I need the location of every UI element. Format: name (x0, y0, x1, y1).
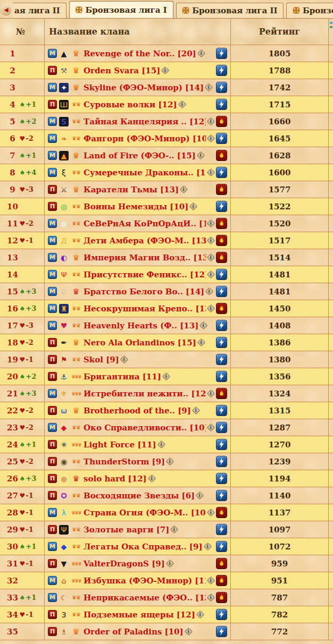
clan-war-status-button[interactable] (216, 575, 227, 586)
clan-info-icon[interactable]: i (196, 611, 204, 619)
tab-scroll-left-button[interactable]: ◀ (1, 5, 11, 15)
clan-war-status-button[interactable] (216, 558, 227, 569)
clan-info-icon[interactable]: i (199, 321, 208, 330)
clan-info-icon[interactable]: i (180, 185, 188, 194)
clan-war-status-button[interactable] (216, 490, 227, 501)
clan-name-link[interactable]: Бригантина [11] (84, 372, 161, 382)
clan-info-icon[interactable]: i (192, 406, 201, 415)
clan-name-link[interactable]: Истребители нежити.. [12] (84, 389, 206, 399)
clan-war-status-button[interactable] (216, 286, 227, 297)
clan-war-status-button[interactable] (216, 201, 227, 212)
clan-info-icon[interactable]: i (207, 509, 215, 517)
clan-info-icon[interactable]: i (207, 389, 215, 398)
clan-name-link[interactable]: solo hard [12] (84, 474, 147, 484)
clan-war-status-button[interactable] (216, 303, 227, 314)
clan-name-link[interactable]: Heavenly Hearts (Ф.. [13] (84, 321, 198, 331)
clan-war-status-button[interactable] (216, 167, 227, 178)
clan-info-icon[interactable]: i (157, 440, 165, 449)
clan-name-link[interactable]: Skyline (ФЭО-Минор) [14] (84, 83, 204, 92)
clan-info-icon[interactable]: i (189, 202, 198, 211)
clan-name-link[interactable]: Страна Огня (ФЭО-М.. [10] (84, 508, 206, 518)
clan-war-status-button[interactable] (216, 388, 227, 399)
clan-war-status-button[interactable] (216, 439, 227, 450)
clan-name-link[interactable]: Каратели Тьмы [13] (84, 185, 179, 194)
clan-war-status-button[interactable] (216, 65, 227, 76)
clan-info-icon[interactable]: i (197, 49, 205, 58)
clan-name-link[interactable]: Фангорн (ФЭО-Минор) [10] (84, 134, 206, 143)
clan-name-link[interactable]: Империя Магии Возд.. [13] (84, 253, 206, 262)
clan-info-icon[interactable]: i (207, 594, 215, 602)
clan-war-status-button[interactable] (216, 626, 227, 637)
clan-info-icon[interactable]: i (184, 628, 193, 636)
clan-info-icon[interactable]: i (161, 66, 170, 75)
clan-info-icon[interactable]: i (162, 372, 170, 381)
clan-war-status-button[interactable] (216, 82, 227, 93)
clan-info-icon[interactable]: i (147, 474, 156, 483)
clan-info-icon[interactable]: i (207, 236, 215, 245)
clan-name-link[interactable]: Суровые волки [12] (84, 100, 177, 109)
clan-info-icon[interactable]: i (196, 492, 204, 500)
clan-info-icon[interactable]: i (203, 543, 212, 551)
clan-info-icon[interactable]: i (166, 457, 174, 466)
clan-info-icon[interactable]: i (207, 270, 215, 279)
clan-name-link[interactable]: Дети Амбера (ФЭО-М.. [13] (84, 236, 206, 245)
clan-info-icon[interactable]: i (207, 168, 215, 177)
clan-name-link[interactable]: Неприкасаемые (ФЭО.. [13] (84, 593, 206, 603)
clan-war-status-button[interactable] (216, 252, 227, 263)
tab-bronze-league-3[interactable]: ✠ Бронзо (286, 3, 333, 18)
clan-war-status-button[interactable] (216, 218, 227, 229)
clan-war-status-button[interactable] (216, 507, 227, 518)
clan-info-icon[interactable]: i (205, 83, 213, 92)
tab-bronze-league-1[interactable]: ✠ Бронзовая лига I (69, 1, 173, 18)
clan-name-link[interactable]: Избушка (ФЭО-Минор) [11] (84, 576, 206, 586)
clan-info-icon[interactable]: i (170, 526, 179, 534)
clan-info-icon[interactable]: i (207, 219, 215, 228)
clan-name-link[interactable]: ValterDragonS [9] (84, 559, 165, 569)
clan-info-icon[interactable]: i (207, 577, 215, 585)
tab-league-prev[interactable]: ая лига II (13, 3, 66, 18)
clan-name-link[interactable]: Восходящие Звезды [6] (84, 491, 195, 501)
clan-name-link[interactable]: Brotherhood of the.. [9] (84, 406, 191, 416)
clan-name-link[interactable]: ThunderStorm [9] (84, 457, 165, 467)
clan-name-link[interactable]: Подземные ящеры [12] (84, 610, 195, 620)
clan-war-status-button[interactable] (216, 524, 227, 535)
clan-info-icon[interactable]: i (207, 117, 215, 126)
clan-war-status-button[interactable] (216, 371, 227, 382)
clan-name-link[interactable]: Land of Fire (ФЭО-.. [15] (84, 151, 196, 160)
clan-name-link[interactable]: Light Force [11] (84, 440, 156, 450)
clan-war-status-button[interactable] (216, 473, 227, 484)
clan-name-link[interactable]: Око Справедливости.. [10] (84, 423, 206, 433)
clan-info-icon[interactable]: i (207, 304, 215, 313)
clan-war-status-button[interactable] (216, 150, 227, 161)
clan-name-link[interactable]: Nero Ala Orlandinos [15] (84, 338, 196, 348)
clan-war-status-button[interactable] (216, 337, 227, 348)
clan-war-status-button[interactable] (216, 320, 227, 331)
clan-info-icon[interactable]: i (207, 134, 215, 143)
clan-name-link[interactable]: Skol [9] (84, 355, 119, 365)
clan-war-status-button[interactable] (216, 456, 227, 467)
clan-war-status-button[interactable] (216, 592, 227, 603)
clan-war-status-button[interactable] (216, 48, 227, 59)
clan-name-link[interactable]: Тайная Канцелярия .. [12] (84, 117, 206, 126)
clan-name-link[interactable]: Orden Svara [15] (84, 66, 160, 75)
clan-info-icon[interactable]: i (207, 253, 215, 262)
clan-war-status-button[interactable] (216, 609, 227, 620)
tab-bronze-league-2[interactable]: ✠ Бронзовая лига II (176, 3, 284, 18)
clan-info-icon[interactable]: i (166, 560, 174, 568)
clan-info-icon[interactable]: i (197, 151, 205, 160)
clan-name-link[interactable]: Revenge of the Nor.. [20] (84, 49, 196, 58)
clan-info-icon[interactable]: i (205, 287, 214, 296)
clan-name-link[interactable]: Несокрушимая Крепо.. [13] (84, 304, 206, 313)
clan-name-link[interactable]: Воины Немезиды [10] (84, 202, 188, 211)
clan-war-status-button[interactable] (216, 133, 227, 144)
clan-war-status-button[interactable] (216, 116, 227, 127)
clan-info-icon[interactable]: i (207, 423, 215, 432)
clan-war-status-button[interactable] (216, 405, 227, 416)
clan-war-status-button[interactable] (216, 184, 227, 195)
clan-info-icon[interactable]: i (178, 100, 186, 109)
clan-name-link[interactable]: Order of Paladins [10] (84, 627, 184, 637)
clan-name-link[interactable]: Легаты Ока Справед.. [9] (84, 542, 203, 552)
clan-war-status-button[interactable] (216, 541, 227, 552)
clan-name-link[interactable]: Золотые варги [7] (84, 525, 169, 535)
clan-war-status-button[interactable] (216, 354, 227, 365)
